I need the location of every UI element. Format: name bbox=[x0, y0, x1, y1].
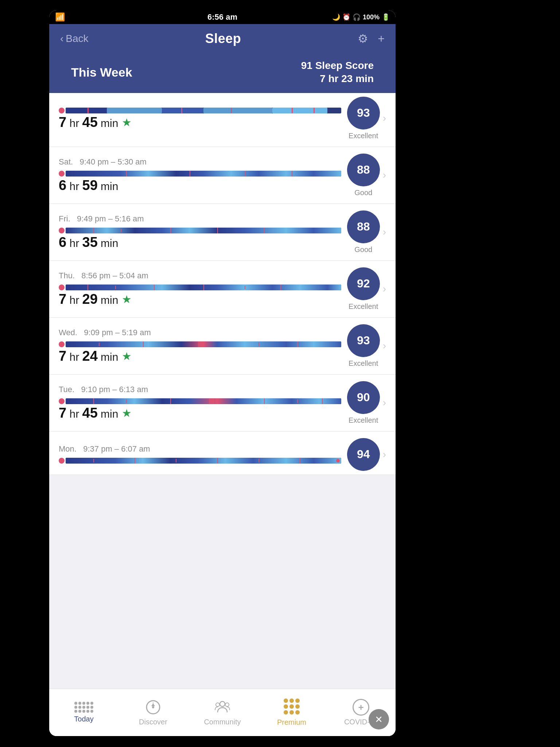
back-label: Back bbox=[66, 33, 88, 44]
sleep-start-dot-sat bbox=[59, 171, 65, 177]
day-time-tue: Tue. 9:10 pm – 6:13 am bbox=[59, 385, 341, 394]
week-label: This Week bbox=[71, 65, 132, 80]
entry-left-tue: Tue. 9:10 pm – 6:13 am 7 bbox=[59, 385, 341, 421]
sleep-track-mon bbox=[66, 458, 341, 464]
sleep-bar-sat bbox=[59, 170, 341, 178]
sleep-entry-tue[interactable]: Tue. 9:10 pm – 6:13 am 7 bbox=[49, 375, 396, 431]
nav-label-today: Today bbox=[74, 715, 93, 723]
score-label-tue: Excellent bbox=[349, 416, 378, 425]
chevron-right-mon: › bbox=[383, 449, 386, 460]
score-circle-thu: 92 bbox=[347, 267, 380, 300]
entry-right-wed: 93 Excellent › bbox=[347, 324, 386, 368]
nav-item-premium[interactable]: Premium bbox=[257, 698, 326, 727]
battery-label: 100% bbox=[363, 13, 380, 21]
add-icon[interactable]: + bbox=[378, 32, 385, 46]
score-label-1: Excellent bbox=[349, 132, 378, 140]
entry-right-1: 93 Excellent › bbox=[347, 97, 386, 140]
score-circle-fri: 88 bbox=[347, 210, 380, 243]
community-icon bbox=[214, 699, 231, 716]
device-frame: 📶 6:56 am 🌙 ⏰ 🎧 100% 🔋 ‹ Back Sleep ⚙ + … bbox=[49, 10, 396, 736]
sleep-start-dot-thu bbox=[59, 285, 65, 290]
wifi-icon: 📶 bbox=[55, 12, 65, 22]
chevron-right-1: › bbox=[383, 112, 386, 124]
svg-point-3 bbox=[152, 706, 154, 708]
chevron-right-thu: › bbox=[383, 283, 386, 295]
sleep-entry-thu[interactable]: Thu. 8:56 pm – 5:04 am 7 hr 29 min bbox=[49, 261, 396, 318]
entry-left-thu: Thu. 8:56 pm – 5:04 am 7 hr 29 min bbox=[59, 271, 341, 307]
score-label-wed: Excellent bbox=[349, 359, 378, 368]
back-button[interactable]: ‹ Back bbox=[60, 33, 89, 44]
sleep-entries-list: 7 hr 45 min ★ 93 Excellent › Sat. 9:40 p… bbox=[49, 93, 396, 689]
sleep-start-dot-mon bbox=[59, 458, 65, 464]
moon-icon: 🌙 bbox=[332, 13, 340, 21]
sleep-bar-tue bbox=[59, 397, 341, 405]
sleep-bar-mon bbox=[59, 457, 341, 465]
bottom-nav: Today Discover Community bbox=[49, 689, 396, 736]
entry-left-partial: 7 hr 45 min ★ bbox=[59, 107, 341, 130]
sleep-entry-partial[interactable]: 7 hr 45 min ★ 93 Excellent › bbox=[49, 93, 396, 147]
discover-icon bbox=[145, 699, 162, 716]
sleep-track-thu bbox=[66, 285, 341, 290]
svg-marker-1 bbox=[151, 703, 155, 706]
entry-right-tue: 90 Excellent › bbox=[347, 381, 386, 425]
chevron-right-sat: › bbox=[383, 169, 386, 181]
day-time-fri: Fri. 9:49 pm – 5:16 am bbox=[59, 214, 341, 224]
entry-left-wed: Wed. 9:09 pm – 5:19 am 7 hr 24 min ★ bbox=[59, 328, 341, 364]
nav-item-today[interactable]: Today bbox=[49, 702, 118, 723]
duration-row-sat: 6 hr 59 min bbox=[59, 178, 341, 193]
entry-left-sat: Sat. 9:40 pm – 5:30 am 6 hr 59 min bbox=[59, 157, 341, 193]
sleep-bar-fri bbox=[59, 227, 341, 235]
day-time-mon: Mon. 9:37 pm – 6:07 am bbox=[59, 444, 341, 454]
star-icon-thu: ★ bbox=[122, 293, 132, 306]
sleep-start-dot-tue bbox=[59, 398, 65, 404]
status-bar: 📶 6:56 am 🌙 ⏰ 🎧 100% 🔋 bbox=[49, 10, 396, 24]
score-circle-tue: 90 bbox=[347, 381, 380, 414]
entry-right-thu: 92 Excellent › bbox=[347, 267, 386, 311]
entry-left-mon: Mon. 9:37 pm – 6:07 am bbox=[59, 444, 341, 465]
sleep-score-text: 91 Sleep Score bbox=[301, 59, 374, 72]
nav-label-premium: Premium bbox=[277, 718, 306, 727]
entry-right-sat: 88 Good › bbox=[347, 154, 386, 197]
sleep-score-summary: 91 Sleep Score 7 hr 23 min bbox=[301, 59, 374, 86]
score-circle-mon: 94 bbox=[347, 438, 380, 471]
star-icon-tue: ★ bbox=[122, 407, 132, 419]
score-circle-wed: 93 bbox=[347, 324, 380, 357]
score-label-thu: Excellent bbox=[349, 302, 378, 311]
star-icon-wed: ★ bbox=[122, 350, 132, 363]
svg-point-6 bbox=[216, 703, 219, 707]
sleep-entry-fri[interactable]: Fri. 9:49 pm – 5:16 am 6 hr 35 min bbox=[49, 204, 396, 261]
day-time-thu: Thu. 8:56 pm – 5:04 am bbox=[59, 271, 341, 280]
score-circle-1: 93 bbox=[347, 97, 380, 129]
score-label-sat: Good bbox=[354, 189, 372, 197]
battery-icon: 🔋 bbox=[382, 13, 390, 21]
settings-icon[interactable]: ⚙ bbox=[358, 32, 368, 46]
duration-row-tue: 7 hr 45 min ★ bbox=[59, 405, 341, 421]
page-title: Sleep bbox=[205, 31, 241, 46]
nav-item-community[interactable]: Community bbox=[188, 699, 257, 726]
entry-right-mon: 94 › bbox=[347, 438, 386, 471]
sleep-start-dot-wed bbox=[59, 341, 65, 347]
nav-item-discover[interactable]: Discover bbox=[118, 699, 188, 726]
sleep-entry-wed[interactable]: Wed. 9:09 pm – 5:19 am 7 hr 24 min ★ bbox=[49, 318, 396, 375]
covid-icon: + bbox=[353, 699, 369, 716]
entry-right-fri: 88 Good › bbox=[347, 210, 386, 254]
alarm-icon: ⏰ bbox=[342, 13, 350, 21]
sleep-track-fri bbox=[66, 228, 341, 233]
float-action-button[interactable] bbox=[369, 709, 389, 729]
chevron-right-wed: › bbox=[383, 340, 386, 352]
premium-icon bbox=[284, 698, 300, 715]
chevron-right-tue: › bbox=[383, 397, 386, 409]
entry-left-fri: Fri. 9:49 pm – 5:16 am 6 hr 35 min bbox=[59, 214, 341, 250]
header: ‹ Back Sleep ⚙ + This Week 91 Sleep Scor… bbox=[49, 24, 396, 93]
sleep-entry-sat[interactable]: Sat. 9:40 pm – 5:30 am 6 hr 59 min bbox=[49, 147, 396, 204]
sleep-track-sat bbox=[66, 171, 341, 177]
day-time-wed: Wed. 9:09 pm – 5:19 am bbox=[59, 328, 341, 337]
sleep-track bbox=[66, 108, 341, 113]
duration-row-thu: 7 hr 29 min ★ bbox=[59, 291, 341, 307]
avg-duration-text: 7 hr 23 min bbox=[301, 72, 374, 85]
sleep-entry-mon[interactable]: Mon. 9:37 pm – 6:07 am bbox=[49, 431, 396, 475]
sleep-bar-wed bbox=[59, 340, 341, 348]
duration-row-1: 7 hr 45 min ★ bbox=[59, 115, 341, 130]
duration-row-wed: 7 hr 24 min ★ bbox=[59, 348, 341, 364]
sleep-track-wed bbox=[66, 341, 341, 347]
